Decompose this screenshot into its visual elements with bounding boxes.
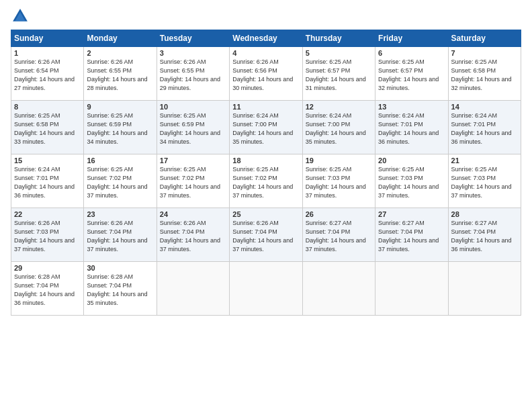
calendar-cell: 18Sunrise: 6:25 AMSunset: 7:02 PMDayligh… <box>230 154 302 208</box>
day-info: Sunrise: 6:24 AMSunset: 7:00 PMDaylight:… <box>306 112 366 145</box>
calendar-cell: 11Sunrise: 6:24 AMSunset: 7:00 PMDayligh… <box>230 101 302 154</box>
day-info: Sunrise: 6:25 AMSunset: 7:02 PMDaylight:… <box>87 166 147 199</box>
calendar-cell: 13Sunrise: 6:24 AMSunset: 7:01 PMDayligh… <box>375 101 448 154</box>
day-info: Sunrise: 6:25 AMSunset: 7:02 PMDaylight:… <box>160 166 220 199</box>
day-number: 8 <box>14 103 81 111</box>
calendar-cell: 14Sunrise: 6:24 AMSunset: 7:01 PMDayligh… <box>448 101 521 154</box>
day-info: Sunrise: 6:25 AMSunset: 6:58 PMDaylight:… <box>451 58 512 91</box>
calendar-header-row: SundayMondayTuesdayWednesdayThursdayFrid… <box>11 30 521 47</box>
calendar-col-monday: Monday <box>84 30 157 47</box>
day-info: Sunrise: 6:26 AMSunset: 6:55 PMDaylight:… <box>87 58 147 91</box>
day-number: 14 <box>451 103 518 111</box>
calendar-cell: 23Sunrise: 6:26 AMSunset: 7:04 PMDayligh… <box>84 208 157 262</box>
calendar-cell: 3Sunrise: 6:26 AMSunset: 6:55 PMDaylight… <box>157 47 229 101</box>
day-number: 27 <box>378 210 445 218</box>
logo <box>11 7 32 26</box>
day-info: Sunrise: 6:25 AMSunset: 7:02 PMDaylight:… <box>232 166 293 199</box>
day-info: Sunrise: 6:26 AMSunset: 6:56 PMDaylight:… <box>232 58 293 91</box>
day-number: 17 <box>160 156 226 165</box>
calendar-cell: 15Sunrise: 6:24 AMSunset: 7:01 PMDayligh… <box>11 154 84 208</box>
day-info: Sunrise: 6:26 AMSunset: 7:04 PMDaylight:… <box>160 220 220 253</box>
calendar-cell <box>448 262 521 316</box>
calendar-cell: 28Sunrise: 6:27 AMSunset: 7:04 PMDayligh… <box>448 208 521 262</box>
day-number: 29 <box>14 264 81 272</box>
day-info: Sunrise: 6:25 AMSunset: 7:03 PMDaylight:… <box>378 166 439 199</box>
day-number: 1 <box>14 49 81 57</box>
calendar-table: SundayMondayTuesdayWednesdayThursdayFrid… <box>11 30 521 316</box>
calendar-cell: 9Sunrise: 6:25 AMSunset: 6:59 PMDaylight… <box>84 101 157 154</box>
day-number: 30 <box>87 264 153 272</box>
day-number: 3 <box>160 49 226 57</box>
calendar-cell: 5Sunrise: 6:25 AMSunset: 6:57 PMDaylight… <box>302 47 375 101</box>
day-info: Sunrise: 6:26 AMSunset: 7:03 PMDaylight:… <box>14 220 75 253</box>
day-info: Sunrise: 6:24 AMSunset: 7:01 PMDaylight:… <box>14 166 75 199</box>
calendar-cell: 6Sunrise: 6:25 AMSunset: 6:57 PMDaylight… <box>375 47 448 101</box>
day-info: Sunrise: 6:26 AMSunset: 6:55 PMDaylight:… <box>160 58 220 91</box>
day-number: 15 <box>14 156 81 165</box>
calendar-cell: 25Sunrise: 6:26 AMSunset: 7:04 PMDayligh… <box>230 208 302 262</box>
calendar-col-thursday: Thursday <box>302 30 375 47</box>
calendar-cell: 24Sunrise: 6:26 AMSunset: 7:04 PMDayligh… <box>157 208 229 262</box>
day-number: 4 <box>232 49 299 57</box>
calendar-cell: 19Sunrise: 6:25 AMSunset: 7:03 PMDayligh… <box>302 154 375 208</box>
calendar-col-friday: Friday <box>375 30 448 47</box>
calendar-week-2: 8Sunrise: 6:25 AMSunset: 6:58 PMDaylight… <box>11 101 521 154</box>
day-info: Sunrise: 6:27 AMSunset: 7:04 PMDaylight:… <box>306 220 366 253</box>
calendar-col-sunday: Sunday <box>11 30 84 47</box>
calendar-cell: 29Sunrise: 6:28 AMSunset: 7:04 PMDayligh… <box>11 262 84 316</box>
calendar-col-tuesday: Tuesday <box>157 30 229 47</box>
calendar-cell <box>375 262 448 316</box>
calendar-col-wednesday: Wednesday <box>230 30 302 47</box>
calendar-cell: 30Sunrise: 6:28 AMSunset: 7:04 PMDayligh… <box>84 262 157 316</box>
calendar-cell: 4Sunrise: 6:26 AMSunset: 6:56 PMDaylight… <box>230 47 302 101</box>
day-number: 9 <box>87 103 153 111</box>
day-info: Sunrise: 6:26 AMSunset: 7:04 PMDaylight:… <box>232 220 293 253</box>
day-number: 12 <box>306 103 372 111</box>
calendar-cell: 21Sunrise: 6:25 AMSunset: 7:03 PMDayligh… <box>448 154 521 208</box>
day-info: Sunrise: 6:25 AMSunset: 6:57 PMDaylight:… <box>378 58 439 91</box>
calendar-col-saturday: Saturday <box>448 30 521 47</box>
calendar-cell: 2Sunrise: 6:26 AMSunset: 6:55 PMDaylight… <box>84 47 157 101</box>
day-info: Sunrise: 6:24 AMSunset: 7:01 PMDaylight:… <box>378 112 439 145</box>
day-info: Sunrise: 6:25 AMSunset: 6:59 PMDaylight:… <box>160 112 220 145</box>
calendar-week-4: 22Sunrise: 6:26 AMSunset: 7:03 PMDayligh… <box>11 208 521 262</box>
day-number: 22 <box>14 210 81 218</box>
calendar-cell: 8Sunrise: 6:25 AMSunset: 6:58 PMDaylight… <box>11 101 84 154</box>
day-number: 18 <box>232 156 299 165</box>
calendar-cell: 12Sunrise: 6:24 AMSunset: 7:00 PMDayligh… <box>302 101 375 154</box>
calendar-cell: 7Sunrise: 6:25 AMSunset: 6:58 PMDaylight… <box>448 47 521 101</box>
day-info: Sunrise: 6:26 AMSunset: 7:04 PMDaylight:… <box>87 220 147 253</box>
day-number: 25 <box>232 210 299 218</box>
calendar-cell <box>230 262 302 316</box>
day-info: Sunrise: 6:25 AMSunset: 6:57 PMDaylight:… <box>306 58 366 91</box>
calendar-week-5: 29Sunrise: 6:28 AMSunset: 7:04 PMDayligh… <box>11 262 521 316</box>
day-info: Sunrise: 6:28 AMSunset: 7:04 PMDaylight:… <box>14 273 75 306</box>
day-number: 28 <box>451 210 518 218</box>
day-number: 10 <box>160 103 226 111</box>
calendar-cell: 26Sunrise: 6:27 AMSunset: 7:04 PMDayligh… <box>302 208 375 262</box>
day-number: 26 <box>306 210 372 218</box>
calendar-week-3: 15Sunrise: 6:24 AMSunset: 7:01 PMDayligh… <box>11 154 521 208</box>
day-number: 19 <box>306 156 372 165</box>
calendar-cell <box>157 262 229 316</box>
day-info: Sunrise: 6:25 AMSunset: 7:03 PMDaylight:… <box>306 166 366 199</box>
calendar-cell: 20Sunrise: 6:25 AMSunset: 7:03 PMDayligh… <box>375 154 448 208</box>
day-number: 23 <box>87 210 153 218</box>
calendar-cell: 27Sunrise: 6:27 AMSunset: 7:04 PMDayligh… <box>375 208 448 262</box>
logo-icon <box>11 7 30 26</box>
calendar-cell: 16Sunrise: 6:25 AMSunset: 7:02 PMDayligh… <box>84 154 157 208</box>
calendar-cell: 17Sunrise: 6:25 AMSunset: 7:02 PMDayligh… <box>157 154 229 208</box>
calendar-cell: 22Sunrise: 6:26 AMSunset: 7:03 PMDayligh… <box>11 208 84 262</box>
day-info: Sunrise: 6:28 AMSunset: 7:04 PMDaylight:… <box>87 273 147 306</box>
calendar-cell: 10Sunrise: 6:25 AMSunset: 6:59 PMDayligh… <box>157 101 229 154</box>
day-number: 20 <box>378 156 445 165</box>
day-number: 13 <box>378 103 445 111</box>
calendar-week-1: 1Sunrise: 6:26 AMSunset: 6:54 PMDaylight… <box>11 47 521 101</box>
day-info: Sunrise: 6:25 AMSunset: 6:58 PMDaylight:… <box>14 112 75 145</box>
day-number: 7 <box>451 49 518 57</box>
page: SundayMondayTuesdayWednesdayThursdayFrid… <box>0 0 532 411</box>
day-number: 24 <box>160 210 226 218</box>
day-number: 2 <box>87 49 153 57</box>
day-info: Sunrise: 6:24 AMSunset: 7:00 PMDaylight:… <box>232 112 293 145</box>
calendar-cell: 1Sunrise: 6:26 AMSunset: 6:54 PMDaylight… <box>11 47 84 101</box>
